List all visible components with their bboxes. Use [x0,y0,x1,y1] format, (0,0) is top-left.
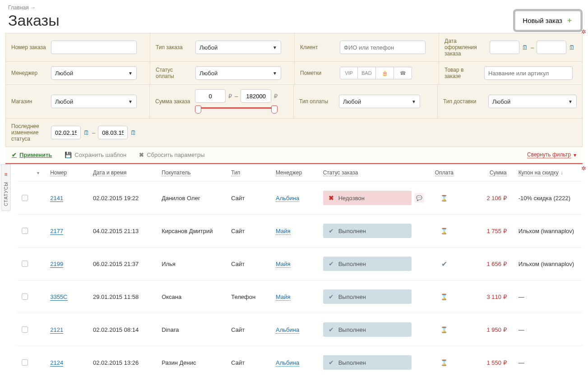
x-icon: ✖ [139,151,144,158]
order-number-link[interactable]: 2141 [50,195,63,202]
row-checkbox[interactable] [22,326,28,333]
status-badge[interactable]: ✔Выполнен [323,322,412,337]
col-payment[interactable]: Оплата [435,170,454,176]
status-badge[interactable]: ✔Выполнен [323,257,412,271]
row-checkbox[interactable] [22,261,28,267]
payment-status-label: Статус оплаты [156,67,191,79]
client-label: Клиент [300,44,335,50]
collapse-filter-button[interactable]: Свернуть фильтр ▾ [527,151,576,158]
comment-icon[interactable]: 💬 [414,193,424,203]
manager-link[interactable]: Майя [276,261,291,268]
slider-handle-left[interactable] [195,105,201,114]
manager-link[interactable]: Майя [276,293,291,301]
sum-slider[interactable] [197,106,276,114]
status-badge[interactable]: ✖Недозвон [323,191,412,205]
col-datetime[interactable]: Дата и время [93,170,126,176]
order-buyer: Кирсанов Дмитрий [162,228,231,234]
col-coupon[interactable]: Купон на скидку [519,170,559,176]
apply-button[interactable]: ✔ Применить [12,151,52,158]
status-badge[interactable]: ✔Выполнен [323,289,412,304]
reset-button[interactable]: ✖ Сбросить параметры [139,151,204,158]
payment-status: ⌛ [428,195,460,202]
order-type: Сайт [231,359,276,366]
manager-link[interactable]: Майя [276,228,291,235]
gear-icon[interactable]: ✲ [581,28,586,35]
disk-icon: 💾 [65,151,72,158]
new-order-button[interactable]: Новый заказ ＋ [515,11,581,30]
order-number-input[interactable] [51,41,137,54]
product-input[interactable] [484,66,573,80]
order-sum: 1 656 ₽ [486,261,506,267]
payment-status-select[interactable]: Любой▼ [195,66,281,80]
manager-link[interactable]: Альбина [276,195,299,202]
hourglass-icon: ⌛ [440,359,448,366]
order-number-link[interactable]: 2177 [50,228,63,235]
breadcrumb-home[interactable]: Главная [8,5,29,11]
gear-icon[interactable]: ✲ [581,165,586,172]
delivery-type-select[interactable]: Любой▼ [488,95,577,108]
chevron-down-icon: ▼ [128,71,133,76]
order-number-link[interactable]: 2199 [50,261,63,268]
status-date-to[interactable] [98,126,128,139]
order-type: Сайт [231,261,276,267]
sum-from-input[interactable] [195,89,226,103]
sum-to-input[interactable] [241,89,271,103]
order-date-label: Дата оформления заказа [444,38,485,57]
client-input[interactable] [340,41,426,54]
table-row: 212102.02.2015 08:14DinaraСайтАльбина✔Вы… [17,313,583,346]
order-number-label: Номер заказа [11,44,46,50]
order-type-select[interactable]: Любой▼ [195,41,281,54]
table-row: 219906.02.2015 21:37ИльяСайтМайя✔Выполне… [17,248,583,280]
check-icon: ✔ [441,260,447,268]
check-icon: ✔ [329,260,334,267]
col-type[interactable]: Тип [231,170,240,176]
manager-label: Менеджер [11,70,46,76]
slider-handle-right[interactable] [271,105,278,114]
sort-down-icon: ↓ [560,170,563,176]
payment-type-select[interactable]: Любой▼ [339,95,420,108]
col-buyer[interactable]: Покупатель [162,170,190,176]
sort-icon[interactable]: ▾ [37,170,39,175]
calendar-icon[interactable]: 🗓 [130,129,136,136]
order-date-to[interactable] [537,41,566,54]
col-manager[interactable]: Менеджер [276,170,302,176]
chevron-down-icon: ▼ [128,99,133,104]
check-icon: ✔ [329,227,334,234]
statuses-label: СТАТУСЫ [4,182,9,206]
calendar-icon[interactable]: 🗓 [83,129,89,136]
shop-select[interactable]: Любой▼ [51,95,137,108]
row-checkbox[interactable] [22,228,28,234]
calendar-icon[interactable]: 🗓 [569,44,575,51]
manager-select[interactable]: Любой▼ [51,66,137,80]
order-buyer: Илья [162,261,231,267]
col-status[interactable]: Статус заказа [323,170,358,176]
page-title: Заказы [8,12,580,29]
table-header: ▾ Номер Дата и время Покупатель Тип Мене… [17,164,583,182]
tag-cake-icon[interactable]: 🎂 [376,67,394,79]
hourglass-icon: ⌛ [440,293,448,300]
delivery-type-label: Тип доставки [443,98,484,105]
order-date-from[interactable] [490,41,519,54]
order-type-label: Тип заказа [156,44,191,50]
row-checkbox[interactable] [22,195,28,201]
status-badge[interactable]: ✔Выполнен [323,355,412,370]
row-checkbox[interactable] [22,293,28,300]
status-badge[interactable]: ✔Выполнен [323,224,412,238]
tag-bad-button[interactable]: BAD [358,67,376,79]
status-date-from[interactable] [51,126,81,139]
col-sum[interactable]: Сумма [490,170,507,176]
manager-link[interactable]: Альбина [276,326,299,334]
order-buyer: Данилов Олег [162,195,231,202]
order-number-link[interactable]: 3355C [50,293,67,301]
tag-vip-button[interactable]: VIP [340,67,358,79]
save-template-button[interactable]: 💾 Сохранить шаблон [65,151,126,158]
product-label: Товар в заказе [444,67,480,79]
row-checkbox[interactable] [22,359,28,366]
tag-phone-icon[interactable]: ☎ [394,67,412,79]
col-number[interactable]: Номер [50,170,67,176]
statuses-side-tab[interactable]: ≡ СТАТУСЫ [1,164,11,211]
order-number-link[interactable]: 2124 [50,359,63,367]
calendar-icon[interactable]: 🗓 [522,44,528,51]
order-number-link[interactable]: 2121 [50,326,63,334]
manager-link[interactable]: Альбина [276,359,299,367]
